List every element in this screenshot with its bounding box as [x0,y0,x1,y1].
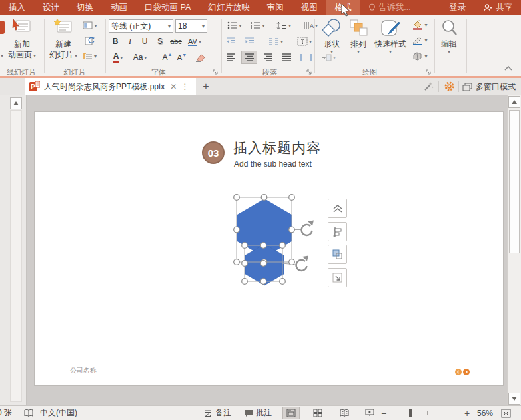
menu-tab-design[interactable]: 设计 [34,0,68,15]
clipped-button-icon[interactable] [0,21,5,34]
resize-shape-button[interactable] [328,268,347,287]
zoom-slider-thumb[interactable] [409,409,412,417]
scroll-down-button[interactable] [508,393,520,405]
reading-view-button[interactable] [336,407,353,419]
share-button[interactable]: 共享 [474,2,521,13]
new-slide-button[interactable]: 新建 幻灯片 [49,18,77,61]
chevron-down-icon[interactable]: ▾ [168,23,171,29]
notes-icon [204,409,213,417]
align-objects-button[interactable] [328,222,347,241]
slide-subtitle[interactable]: Add the sub head text [234,159,312,169]
slide-sorter-view-button[interactable] [309,407,326,419]
section-button[interactable] [80,50,100,62]
justify-button[interactable] [278,51,294,64]
tell-me-box[interactable]: 告诉我... [360,0,419,15]
paragraph-dialog-launcher[interactable] [306,69,313,76]
decrease-indent-button[interactable] [223,35,239,47]
shape-outline-button[interactable] [409,34,430,47]
spellcheck-button[interactable] [24,406,33,420]
strikethrough-button[interactable]: abc [168,35,184,47]
comments-button[interactable]: 批注 [244,406,272,420]
document-tab[interactable]: P 大气时尚杂志风商务PPT模板.pptx ✕ ⋮ [25,78,196,95]
bullets-button[interactable] [225,19,245,31]
menu-tab-slideshow[interactable]: 幻灯片放映 [199,0,259,15]
shapes-button[interactable]: 形状 ▾ [321,18,342,54]
grow-font-button[interactable]: A▲ [161,51,173,63]
underline-button[interactable]: U [139,35,150,47]
scroll-up-button[interactable] [508,96,520,108]
language-indicator[interactable]: 中文(中国) [40,406,77,420]
multi-window-mode-button[interactable]: 多窗口模式 [462,80,516,93]
collapse-ribbon-button[interactable] [504,65,513,71]
zoom-level[interactable]: 56% [477,406,493,420]
chevron-down-icon[interactable]: ▾ [202,23,205,29]
zoom-out-button[interactable]: − [381,406,386,420]
layer-order-button[interactable] [328,245,347,264]
quick-styles-button[interactable]: 快速样式 ▾ [374,18,406,54]
panel-scrollbar-track[interactable] [10,110,22,402]
scrollbar-thumb[interactable] [509,110,520,253]
zoom-in-button[interactable]: + [464,406,470,420]
login-button[interactable]: 登录 [440,2,474,13]
align-text-button[interactable] [293,35,316,47]
menu-tab-transitions[interactable]: 切换 [68,0,102,15]
align-left-button[interactable] [223,51,239,64]
normal-view-button[interactable] [282,407,300,419]
slide-title[interactable]: 插入标题内容 [233,139,321,157]
shape-fill-button[interactable] [409,19,430,31]
italic-button[interactable]: I [125,35,135,47]
close-tab-icon[interactable]: ✕ [170,82,177,91]
next-slide-button[interactable] [463,369,470,375]
slide-count: 0 张 [0,406,12,420]
numbering-button[interactable] [248,19,268,31]
align-right-button[interactable] [260,51,276,64]
add-animation-page-button[interactable]: 新加 动画页 [8,18,36,61]
rotate-handle-small[interactable] [296,256,308,271]
slideshow-view-button[interactable] [361,407,378,419]
slide-layout-button[interactable] [80,19,100,31]
reset-slide-button[interactable] [81,35,97,47]
font-family-combo[interactable]: 等线 (正文)▾ [109,19,173,33]
menu-tab-review[interactable]: 审阅 [259,0,292,15]
clear-formatting-button[interactable] [193,51,208,63]
font-size-combo[interactable]: 18▾ [175,19,207,33]
menu-tab-view[interactable]: 视图 [292,0,326,15]
editing-button[interactable]: 编辑 ▾ [440,18,458,54]
character-spacing-button[interactable]: AV [185,35,204,47]
menu-tab-animations[interactable]: 动画 [102,0,136,15]
align-center-button[interactable] [241,51,257,64]
text-direction-button[interactable]: A [300,19,321,31]
font-dialog-launcher[interactable] [212,69,219,76]
increase-indent-button[interactable] [241,35,257,47]
font-color-button[interactable]: A [109,51,127,63]
shape-effects-button[interactable] [409,50,430,63]
slide-layout-icon [83,21,93,29]
settings-gear-button[interactable] [444,81,455,92]
bold-button[interactable]: B [110,35,121,47]
shrink-font-button[interactable]: A▼ [176,51,188,63]
prev-slide-button[interactable] [455,369,462,375]
magic-wand-button[interactable] [423,81,434,92]
change-case-button[interactable]: Aa [131,51,149,63]
line-spacing-button[interactable] [273,19,294,31]
slide-footer-company[interactable]: 公司名称 [70,366,97,375]
menu-tab-format[interactable]: 格式 [326,0,360,15]
tab-more-icon[interactable]: ⋮ [181,82,189,91]
vertical-scrollbar[interactable] [507,95,521,405]
collapse-toolbar-button[interactable] [328,199,347,218]
rotate-handle-large[interactable] [302,221,314,235]
columns-button[interactable] [265,35,286,47]
panel-scroll-up-button[interactable] [10,97,22,109]
gear-icon [444,81,455,92]
distribute-text-button[interactable] [297,51,314,64]
menu-tab-pocket-animation[interactable]: 口袋动画 PA [136,0,199,15]
arrange-button[interactable]: 排列 ▾ [348,18,368,54]
drawing-dialog-launcher[interactable] [425,69,432,76]
text-shadow-button[interactable]: S [155,35,165,47]
clipped-button-caret[interactable]: ▾ [1,53,3,59]
fit-slide-to-window-button[interactable] [501,406,511,420]
notes-button[interactable]: 备注 [204,406,231,420]
menu-tab-insert[interactable]: 插入 [0,0,34,15]
section-number-badge[interactable]: 03 [202,141,225,164]
new-tab-button[interactable]: + [199,79,213,94]
